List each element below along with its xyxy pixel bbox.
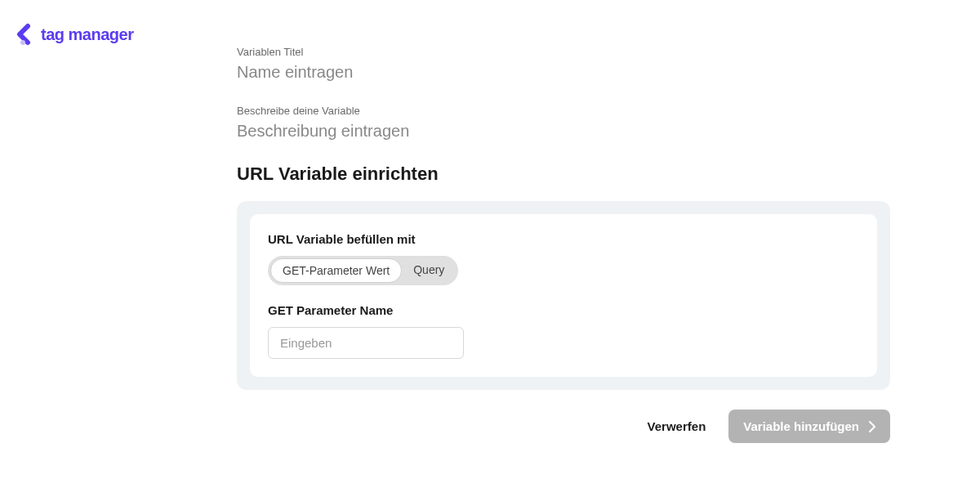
form-actions: Verwerfen Variable hinzufügen <box>237 410 890 443</box>
logo-icon <box>13 23 36 46</box>
svg-point-0 <box>20 40 25 45</box>
logo: tag manager <box>13 23 133 46</box>
submit-button-label: Variable hinzufügen <box>743 419 859 433</box>
fill-with-pill-group: GET-Parameter Wert Query <box>268 256 458 285</box>
get-parameter-name-label: GET Parameter Name <box>268 303 859 317</box>
pill-get-parameter[interactable]: GET-Parameter Wert <box>270 258 402 283</box>
variable-description-label: Beschreibe deine Variable <box>237 105 890 117</box>
variable-title-input[interactable]: Name eintragen <box>237 63 890 82</box>
chevron-right-icon <box>869 421 875 432</box>
fill-with-label: URL Variable befüllen mit <box>268 232 859 246</box>
section-heading: URL Variable einrichten <box>237 163 890 185</box>
discard-button[interactable]: Verwerfen <box>648 419 706 433</box>
submit-button[interactable]: Variable hinzufügen <box>728 410 890 443</box>
panel-inner: URL Variable befüllen mit GET-Parameter … <box>250 214 877 377</box>
logo-text: tag manager <box>41 25 133 44</box>
variable-title-label: Variablen Titel <box>237 46 890 58</box>
variable-description-input[interactable]: Beschreibung eintragen <box>237 122 890 141</box>
main-form: Variablen Titel Name eintragen Beschreib… <box>237 46 890 443</box>
url-variable-panel: URL Variable befüllen mit GET-Parameter … <box>237 201 890 390</box>
pill-query[interactable]: Query <box>402 258 456 283</box>
get-parameter-name-input[interactable] <box>268 327 464 359</box>
